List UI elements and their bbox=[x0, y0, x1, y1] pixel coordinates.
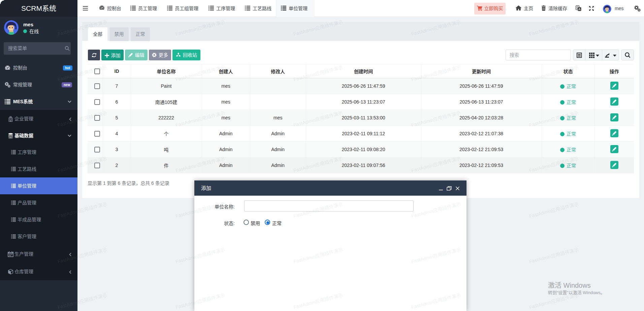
svg-text:A: A bbox=[578, 7, 580, 11]
